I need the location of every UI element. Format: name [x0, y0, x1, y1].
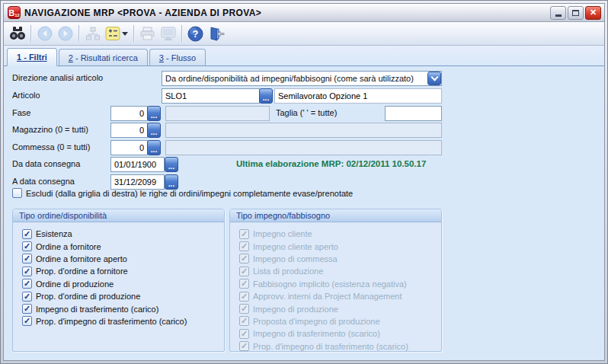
taglia-input[interactable]: [385, 106, 442, 121]
options-button[interactable]: [103, 24, 130, 43]
tab-strip: 1 - Filtri 2 - Risultati ricerca 3 - Flu…: [4, 46, 604, 66]
tab-label: - Risultati ricerca: [73, 53, 138, 62]
taglia-label: Taglia (' ' = tutte): [276, 108, 337, 117]
chevron-down-icon[interactable]: [427, 72, 441, 85]
commessa-label: Commessa (0 = tutti): [12, 142, 90, 152]
a-data-calendar-button[interactable]: ...: [165, 174, 178, 190]
da-data-label: Da data consegna: [12, 159, 80, 168]
checkbox-prop-ordine-a-fornitore[interactable]: Prop. d'ordine a fornitore: [22, 265, 221, 277]
checkbox-icon: [239, 316, 249, 326]
checkbox-icon: [22, 241, 32, 251]
monitor-preview-icon: [160, 26, 177, 41]
print-button: [137, 24, 158, 43]
checkbox-prop-ordine-di-produzione[interactable]: Prop. d'ordine di produzione: [22, 290, 221, 302]
checkbox-ordine-di-produzione[interactable]: Ordine di produzione: [22, 278, 221, 290]
checkbox-icon: [22, 279, 32, 289]
magazzino-input[interactable]: [110, 123, 148, 138]
checkbox-impegno-trasferimento-carico[interactable]: Impegno di trasferimento (carico): [22, 302, 221, 315]
articolo-input[interactable]: [162, 88, 260, 104]
search-button[interactable]: [7, 24, 27, 43]
tab-label: - Filtri: [21, 53, 47, 62]
checkbox-ordine-a-fornitore-aperto[interactable]: Ordine a fornitore aperto: [22, 253, 221, 265]
fase-description: [165, 106, 270, 121]
a-data-input[interactable]: [110, 174, 165, 190]
tipo-ordine-list: Esistenza Ordine a fornitore Ordine a fo…: [13, 222, 224, 327]
app-icon: B12: [8, 6, 21, 19]
window-title: NAVIGAZIONE MRP <PROVA - AZIENDA DI PROV…: [24, 8, 549, 18]
tab-flusso[interactable]: 3 - Flusso: [149, 49, 206, 65]
checkbox-proposta-impegno-produzione: Proposta d'impegno di produzione: [239, 315, 438, 327]
close-button[interactable]: ✕: [585, 6, 601, 20]
toolbar-separator: [181, 25, 182, 42]
checkbox-icon: [239, 341, 249, 351]
close-icon: ✕: [590, 8, 597, 17]
fase-lookup-button[interactable]: ...: [147, 106, 161, 121]
binoculars-search-icon: [9, 26, 26, 41]
checkbox-icon: [12, 188, 22, 198]
checkbox-icon: [239, 241, 249, 251]
app-window: B12 NAVIGAZIONE MRP <PROVA - AZIENDA DI …: [0, 0, 608, 364]
help-icon: ?: [187, 26, 203, 42]
exit-button[interactable]: [206, 24, 226, 43]
help-button[interactable]: ?: [185, 24, 206, 43]
filters-panel: Direzione analisi articolo Da ordine/dis…: [4, 66, 604, 360]
checkbox-impegno-di-produzione: Impegno di produzione: [239, 302, 438, 315]
hierarchy-button: [82, 24, 103, 43]
checkbox-icon: [22, 292, 32, 302]
tab-filtri[interactable]: 1 - Filtri: [7, 48, 57, 66]
print-icon: [139, 26, 155, 41]
toolbar-separator: [78, 25, 79, 42]
checkbox-impegno-trasferimento-scarico: Impegno di trasferimento (scarico): [239, 327, 438, 340]
minimize-button[interactable]: [550, 6, 566, 20]
checkbox-icon: [239, 329, 249, 339]
articolo-lookup-button[interactable]: ...: [259, 88, 273, 104]
magazzino-label: Magazzino (0 = tutti): [12, 125, 88, 134]
da-data-calendar-button[interactable]: ...: [165, 157, 178, 172]
maximize-button[interactable]: [568, 6, 584, 20]
da-data-input[interactable]: [110, 157, 165, 172]
group-tipo-ordine: Tipo ordine/disponibilità Esistenza Ordi…: [12, 209, 225, 352]
svg-text:?: ?: [193, 28, 199, 40]
exit-door-icon: [208, 26, 225, 42]
checkbox-approvv-interni-pm: Approvv. interni da Project Management: [239, 290, 438, 302]
window-frame: B12 NAVIGAZIONE MRP <PROVA - AZIENDA DI …: [1, 1, 607, 363]
title-bar[interactable]: B12 NAVIGAZIONE MRP <PROVA - AZIENDA DI …: [4, 4, 604, 22]
commessa-input[interactable]: [110, 140, 148, 155]
forward-icon: [58, 26, 73, 41]
toolbar-separator: [30, 25, 31, 42]
tab-label: - Flusso: [164, 53, 196, 62]
checkbox-icon: [239, 279, 249, 289]
checkbox-icon: [22, 267, 32, 276]
checkbox-esistenza[interactable]: Esistenza: [22, 228, 221, 240]
checkbox-prop-impegno-trasferimento-carico[interactable]: Prop. d'impegno di trasferimento (carico…: [22, 315, 221, 327]
direzione-value: Da ordine/disponibilità ad impegni/fabbi…: [162, 74, 427, 83]
maximize-icon: [572, 10, 579, 16]
checkbox-icon: [22, 304, 32, 314]
checkbox-icon: [22, 254, 32, 263]
direzione-select[interactable]: Da ordine/disponibilità ad impegni/fabbi…: [162, 71, 442, 86]
checkbox-lista-di-produzione: Lista di produzione: [239, 265, 438, 277]
checkbox-icon: [239, 229, 249, 239]
checkbox-icon: [22, 229, 32, 239]
checkbox-impegno-cliente-aperto: Impegno cliente aperto: [239, 240, 438, 252]
forward-button: [55, 24, 75, 43]
group-tipo-impegno-title: Tipo impegno/fabbisogno: [230, 209, 441, 222]
minimize-icon: [555, 14, 562, 17]
toolbar-separator: [133, 25, 134, 42]
articolo-label: Articolo: [12, 91, 40, 100]
escludi-checkbox[interactable]: Escludi (dalla griglia di destra) le rig…: [12, 188, 353, 198]
checkbox-icon: [239, 292, 249, 302]
fase-label: Fase: [12, 108, 30, 117]
dropdown-arrow-icon: [122, 32, 128, 36]
preview-button: [158, 24, 178, 43]
magazzino-lookup-button[interactable]: ...: [147, 123, 161, 138]
fase-input[interactable]: [110, 106, 148, 121]
articolo-description: [274, 88, 442, 104]
checkbox-icon: [239, 267, 249, 276]
commessa-lookup-button[interactable]: ...: [147, 140, 161, 155]
checkbox-impegno-di-commessa: Impegno di commessa: [239, 253, 438, 265]
tab-risultati-ricerca[interactable]: 2 - Risultati ricerca: [59, 49, 148, 65]
checkbox-ordine-a-fornitore[interactable]: Ordine a fornitore: [22, 240, 221, 252]
checkbox-impegno-cliente: Impegno cliente: [239, 228, 438, 240]
group-tipo-ordine-title: Tipo ordine/disponibilità: [13, 209, 224, 222]
